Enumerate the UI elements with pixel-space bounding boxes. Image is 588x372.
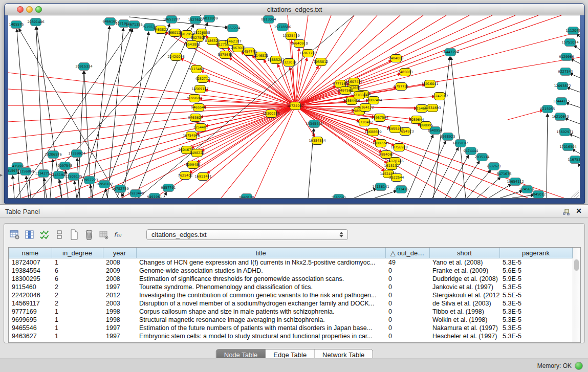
network-node[interactable] bbox=[105, 18, 116, 26]
cell[interactable]: 18724007 bbox=[9, 258, 52, 267]
cell[interactable]: 0 bbox=[385, 299, 429, 308]
network-node[interactable] bbox=[31, 18, 41, 26]
cell[interactable]: Franke et al. (2009) bbox=[429, 267, 499, 275]
network-node[interactable] bbox=[242, 194, 252, 199]
cell[interactable]: 1 bbox=[52, 258, 103, 267]
network-node[interactable] bbox=[166, 16, 177, 24]
cell[interactable]: Estimation of the future numbers of pati… bbox=[136, 324, 385, 332]
network-node[interactable] bbox=[560, 68, 571, 76]
network-node[interactable] bbox=[156, 26, 166, 34]
network-node[interactable] bbox=[394, 144, 405, 151]
cell[interactable]: 1 bbox=[52, 316, 103, 324]
table-selector-dropdown[interactable]: citations_edges.txt bbox=[146, 229, 348, 240]
network-node[interactable] bbox=[477, 154, 488, 161]
close-panel-icon[interactable]: ✕ bbox=[576, 207, 582, 215]
cell[interactable]: Yano et al. (2008) bbox=[429, 258, 499, 267]
table-row[interactable]: 969969511998Structural magnetic resonanc… bbox=[9, 316, 572, 324]
network-node[interactable] bbox=[445, 49, 456, 56]
minimize-window-button[interactable] bbox=[26, 6, 33, 13]
cell[interactable]: 5.3E-5 bbox=[499, 332, 572, 340]
network-node[interactable] bbox=[561, 53, 572, 61]
cell[interactable]: 49 bbox=[385, 258, 429, 267]
cell[interactable]: 1997 bbox=[103, 324, 136, 332]
cell[interactable]: 2 bbox=[52, 299, 103, 308]
network-node[interactable] bbox=[360, 104, 371, 112]
network-node[interactable] bbox=[522, 186, 533, 193]
network-node[interactable] bbox=[233, 45, 244, 52]
network-node[interactable] bbox=[188, 161, 199, 169]
float-panel-icon[interactable] bbox=[563, 208, 570, 215]
zoom-window-button[interactable] bbox=[35, 6, 42, 13]
cell[interactable]: 1 bbox=[52, 308, 103, 316]
network-node[interactable] bbox=[72, 150, 82, 158]
column-header-3[interactable]: title bbox=[136, 248, 385, 258]
network-node[interactable] bbox=[368, 128, 379, 136]
cell[interactable]: 0 bbox=[385, 267, 429, 275]
network-node[interactable] bbox=[555, 113, 566, 121]
network-node[interactable] bbox=[69, 173, 79, 181]
network-node[interactable] bbox=[565, 39, 576, 47]
cell[interactable]: 2012 bbox=[103, 291, 136, 299]
network-node[interactable] bbox=[84, 177, 95, 184]
cell[interactable]: 18300295 bbox=[9, 275, 52, 283]
network-node[interactable] bbox=[54, 171, 64, 179]
network-node[interactable] bbox=[427, 104, 438, 112]
network-node[interactable] bbox=[266, 110, 277, 118]
network-node[interactable] bbox=[303, 50, 314, 57]
network-node[interactable] bbox=[264, 16, 274, 24]
network-node[interactable] bbox=[195, 124, 206, 132]
network-node[interactable] bbox=[417, 105, 427, 113]
cell[interactable]: 5.3E-5 bbox=[499, 258, 572, 267]
cell[interactable]: Nakamura et al. (1997) bbox=[429, 324, 499, 332]
table-row[interactable]: 1872400712008Changes of HCN gene express… bbox=[9, 258, 572, 267]
network-node[interactable] bbox=[391, 55, 402, 62]
show-column-icon[interactable] bbox=[24, 229, 35, 241]
network-node[interactable] bbox=[180, 172, 191, 180]
cell[interactable]: 2003 bbox=[103, 299, 136, 308]
network-node[interactable] bbox=[256, 52, 267, 60]
network-node[interactable] bbox=[568, 27, 579, 35]
cell[interactable]: 5.3E-5 bbox=[499, 299, 572, 308]
network-node[interactable] bbox=[207, 37, 218, 45]
cell[interactable]: 6 bbox=[52, 267, 103, 275]
cell[interactable]: Investigating the contribution of common… bbox=[136, 291, 385, 299]
cell[interactable]: 0 bbox=[385, 275, 429, 283]
cell[interactable]: Genome-wide association studies in ADHD. bbox=[136, 267, 385, 275]
network-node[interactable] bbox=[220, 51, 231, 59]
network-node[interactable] bbox=[466, 147, 476, 155]
cell[interactable]: 0 bbox=[385, 324, 429, 332]
cell[interactable]: 9115460 bbox=[9, 283, 52, 291]
network-node[interactable] bbox=[182, 31, 192, 38]
cell[interactable]: 5.3E-5 bbox=[499, 316, 572, 324]
network-node[interactable] bbox=[244, 48, 255, 56]
network-node[interactable] bbox=[316, 58, 326, 66]
network-node[interactable] bbox=[193, 104, 204, 112]
cell[interactable]: 9777169 bbox=[9, 308, 52, 316]
cell[interactable]: 9465546 bbox=[9, 324, 52, 332]
cell[interactable]: 14569117 bbox=[9, 299, 52, 308]
cell[interactable]: 9463627 bbox=[9, 332, 52, 340]
cell[interactable]: 1998 bbox=[103, 316, 136, 324]
table-settings-icon[interactable] bbox=[9, 229, 20, 241]
cell[interactable]: 0 bbox=[385, 291, 429, 299]
cell[interactable]: Disruption of a novel member of a sodium… bbox=[136, 299, 385, 308]
network-node[interactable] bbox=[556, 98, 567, 105]
network-node[interactable] bbox=[400, 128, 411, 136]
network-node[interactable] bbox=[425, 80, 435, 88]
network-node[interactable] bbox=[38, 170, 49, 178]
network-node[interactable] bbox=[190, 16, 201, 24]
network-node[interactable] bbox=[381, 151, 392, 159]
network-node[interactable] bbox=[368, 97, 379, 104]
cell[interactable]: 5.3E-5 bbox=[499, 324, 572, 332]
column-header-4[interactable]: △ out_de… bbox=[385, 248, 429, 258]
cell[interactable]: Stergiakouli et al. (2012) bbox=[429, 291, 499, 299]
network-node[interactable] bbox=[334, 194, 344, 199]
cell[interactable]: Wolkin et al. (1998) bbox=[429, 316, 499, 324]
network-node[interactable] bbox=[359, 119, 370, 126]
network-node[interactable] bbox=[187, 41, 198, 49]
network-node[interactable] bbox=[533, 191, 544, 199]
network-node[interactable] bbox=[11, 21, 22, 29]
cell[interactable]: Structural magnetic resonance image aver… bbox=[136, 316, 385, 324]
table-row[interactable]: 2242004622012Investigating the contribut… bbox=[9, 291, 572, 299]
network-node[interactable] bbox=[290, 102, 301, 110]
